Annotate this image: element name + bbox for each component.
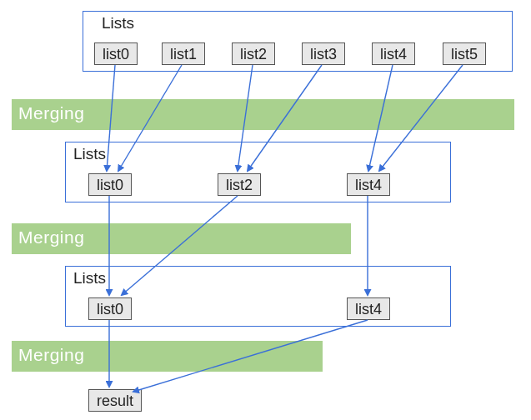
panel-label: Lists — [73, 269, 106, 288]
merging-label: Merging — [18, 103, 84, 123]
node-list4-b: list4 — [347, 173, 390, 196]
node-list2-a: list2 — [232, 42, 275, 65]
node-list0-a: list0 — [94, 42, 138, 65]
merging-bar-1: Merging — [12, 99, 514, 130]
node-list0-b: list0 — [88, 173, 132, 196]
merging-label: Merging — [18, 228, 84, 248]
merging-bar-3: Merging — [12, 341, 323, 372]
node-list2-b: list2 — [218, 173, 261, 196]
node-list1-a: list1 — [162, 42, 205, 65]
node-list5-a: list5 — [443, 42, 486, 65]
merging-label: Merging — [18, 345, 84, 365]
panel-label: Lists — [102, 14, 134, 32]
node-list4-c: list4 — [347, 298, 390, 320]
node-list3-a: list3 — [302, 42, 345, 65]
node-list4-a: list4 — [372, 42, 415, 65]
panel-label: Lists — [73, 145, 106, 163]
merging-bar-2: Merging — [12, 223, 351, 254]
node-result: result — [88, 389, 142, 412]
node-list0-c: list0 — [88, 298, 132, 320]
